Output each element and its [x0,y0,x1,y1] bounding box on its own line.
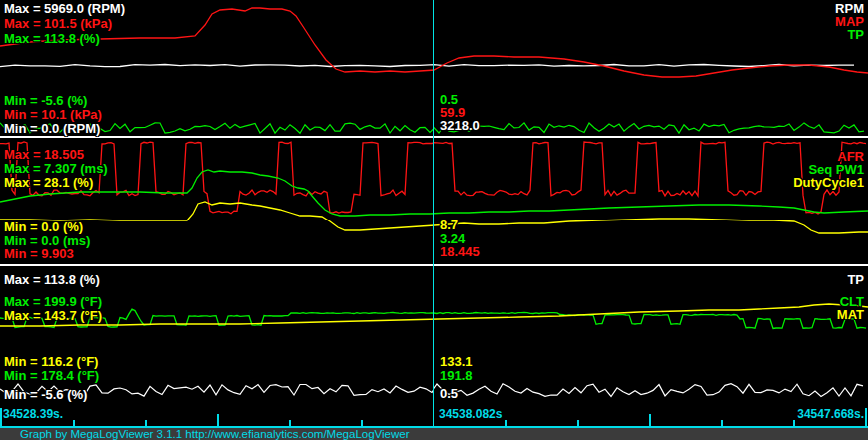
max-label: Max = 143.7 (°F) [4,309,102,323]
min-label: Min = 9.903 [4,247,74,261]
max-label: Max = 113.8 (%) [4,32,100,46]
status-bar-text: Graph by MegaLogViewer 3.1.1 http://www.… [20,428,410,440]
min-label: Min = 10.1 (kPa) [4,108,102,122]
tick [865,408,867,426]
max-label: Max = 7.307 (ms) [4,162,108,176]
max-label: Max = 101.5 (kPa) [4,17,112,31]
max-label: Max = 199.9 (°F) [4,295,102,309]
status-bar: Graph by MegaLogViewer 3.1.1 http://www.… [0,426,868,440]
max-label: Max = 18.505 [4,148,84,162]
time-start-label: 34528.39s. [3,407,63,421]
time-cursor-label: 34538.082s [439,407,502,421]
cursor-value: 191.8 [440,369,473,383]
cursor-value: 133.1 [440,355,473,369]
max-label: Max = 28.1 (%) [4,176,93,190]
min-label: Min = -5.6 (%) [4,94,87,108]
cursor-value: 3218.0 [440,119,480,133]
legend-item: TP [847,28,864,42]
max-label: Max = 113.8 (%) [4,273,100,287]
max-label: Max = 5969.0 (RPM) [4,2,125,16]
cursor-value: 8.7 [440,219,458,232]
tick [649,414,651,426]
tick [217,414,219,426]
min-label: Min = 0.0 (%) [4,220,83,234]
legend-item: TP [847,273,864,287]
tick [0,408,2,426]
legend-item: DutyCycle1 [793,176,864,190]
cursor-value: 0.5 [440,387,458,401]
min-label: Min = 116.2 (°F) [4,355,98,369]
cursor-value: 18.445 [440,245,480,259]
min-label: Min = -5.6 (%) [4,388,87,402]
min-label: Min = 178.4 (°F) [4,369,99,383]
cursor-line[interactable] [433,0,434,426]
min-label: Min = 0.0 (RPM) [4,122,100,136]
legend-item: MAT [837,308,864,322]
time-end-label: 34547.668s. [797,407,864,421]
megalogviewer-window: Max = 5969.0 (RPM) Max = 101.5 (kPa) Max… [0,0,868,440]
